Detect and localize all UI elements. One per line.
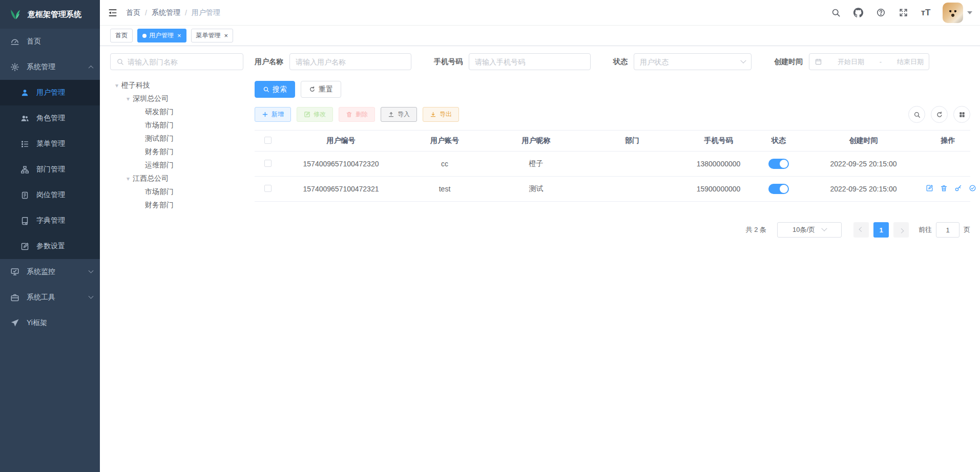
close-icon[interactable]: ×: [224, 32, 228, 39]
sidebar-item-label: 参数设置: [36, 242, 93, 251]
tree-node[interactable]: 市场部门: [110, 119, 243, 132]
sidebar-item-system-management[interactable]: 系统管理: [0, 54, 100, 80]
filter-actions: 搜索 重置: [255, 81, 970, 98]
export-button[interactable]: 导出: [423, 107, 459, 122]
assign-role-icon[interactable]: [969, 184, 976, 192]
table-row[interactable]: 1574009657100472321 test 测试 15900000000 …: [255, 177, 970, 202]
caret-down-icon: [967, 11, 972, 14]
dept-search-box: [110, 53, 243, 70]
table-row[interactable]: 1574009657100472320 cc 橙子 13800000000 20…: [255, 152, 970, 177]
badge-icon: [20, 191, 29, 200]
dept-tree-panel: ▾橙子科技 ▾深圳总公司 研发部门 市场部门 测试部门 财务部门 运维部门 ▾江…: [110, 53, 243, 472]
delete-row-icon[interactable]: [940, 184, 948, 192]
sidebar-item-role-management[interactable]: 角色管理: [0, 105, 100, 131]
tree-node[interactable]: ▾橙子科技: [110, 79, 243, 92]
row-checkbox[interactable]: [264, 185, 272, 192]
page-number-1[interactable]: 1: [873, 222, 889, 238]
sidebar-fold-icon[interactable]: [108, 8, 118, 18]
sidebar-item-post-management[interactable]: 岗位管理: [0, 182, 100, 208]
search-button[interactable]: 搜索: [255, 81, 295, 98]
refresh-button[interactable]: [931, 106, 948, 123]
tree-node[interactable]: 研发部门: [110, 105, 243, 119]
status-select-input[interactable]: [640, 58, 738, 66]
date-end-placeholder[interactable]: 结束日期: [897, 57, 924, 67]
breadcrumb-system[interactable]: 系统管理: [152, 8, 180, 17]
sidebar-item-label: 首页: [27, 37, 93, 46]
username-input[interactable]: [296, 58, 405, 66]
user-avatar[interactable]: [943, 3, 963, 23]
import-button[interactable]: 导入: [381, 107, 417, 122]
calendar-icon: [815, 58, 822, 66]
sidebar-item-param-settings[interactable]: 参数设置: [0, 233, 100, 259]
col-nickname: 用户昵称: [489, 131, 583, 152]
date-separator: -: [880, 58, 882, 66]
active-tab-dot: [142, 34, 147, 38]
sidebar-item-system-monitor[interactable]: 系统监控: [0, 259, 100, 285]
tree-node[interactable]: 运维部门: [110, 159, 243, 172]
font-size-icon[interactable]: тT: [917, 4, 934, 22]
sidebar-item-home[interactable]: 首页: [0, 29, 100, 54]
tree-node[interactable]: 财务部门: [110, 199, 243, 212]
gear-icon: [10, 62, 19, 72]
sidebar-item-system-tools[interactable]: 系统工具: [0, 285, 100, 310]
cell-dept: [583, 152, 681, 177]
user-table-panel: 用户名称 手机号码 状态 创建时: [255, 53, 970, 472]
edit-button[interactable]: 修改: [297, 107, 333, 122]
select-all-checkbox[interactable]: [264, 137, 272, 144]
next-page-button[interactable]: [893, 222, 909, 238]
phone-input[interactable]: [475, 58, 585, 66]
help-icon[interactable]: [872, 4, 889, 22]
sidebar-item-dept-management[interactable]: 部门管理: [0, 157, 100, 182]
breadcrumb-home[interactable]: 首页: [126, 8, 140, 17]
monitor-icon: [10, 267, 19, 276]
user-menu[interactable]: [943, 3, 972, 23]
sidebar-item-user-management[interactable]: 用户管理: [0, 80, 100, 105]
sidebar-item-yi-framework[interactable]: Yi框架: [0, 310, 100, 336]
cell-dept: [583, 177, 681, 202]
column-settings-button[interactable]: [953, 106, 970, 123]
reset-password-icon[interactable]: [954, 184, 962, 192]
chevron-down-icon: [89, 268, 94, 273]
tab-user-management[interactable]: 用户管理 ×: [137, 29, 186, 42]
status-select[interactable]: [634, 53, 752, 70]
caret-down-icon[interactable]: ▾: [123, 95, 133, 102]
status-label: 状态: [613, 57, 628, 67]
date-start-placeholder[interactable]: 开始日期: [838, 57, 864, 67]
close-icon[interactable]: ×: [177, 32, 181, 39]
tree-table-icon: [20, 140, 29, 148]
status-toggle[interactable]: [768, 184, 789, 194]
delete-button[interactable]: 删除: [339, 107, 375, 122]
prev-page-button[interactable]: [853, 222, 869, 238]
caret-down-icon[interactable]: ▾: [123, 175, 133, 182]
sidebar-item-dict-management[interactable]: 字典管理: [0, 208, 100, 233]
tree-node[interactable]: 市场部门: [110, 185, 243, 199]
dept-search-input[interactable]: [128, 58, 237, 66]
logo[interactable]: 意框架管理系统: [0, 0, 100, 29]
toggle-search-button[interactable]: [908, 106, 925, 123]
sidebar-item-label: Yi框架: [27, 318, 93, 328]
app-title: 意框架管理系统: [28, 10, 81, 19]
page-size-select[interactable]: 10条/页: [777, 222, 842, 238]
add-button[interactable]: 新增: [255, 107, 291, 122]
status-toggle[interactable]: [768, 159, 789, 169]
header-search-icon[interactable]: [827, 4, 844, 22]
sidebar-item-menu-management[interactable]: 菜单管理: [0, 131, 100, 157]
top-navbar: 首页 / 系统管理 / 用户管理 тT: [100, 0, 980, 26]
tab-menu-management[interactable]: 菜单管理 ×: [191, 29, 234, 42]
caret-down-icon[interactable]: ▾: [112, 82, 121, 89]
dashboard-icon: [10, 37, 19, 46]
cell-created: 2022-09-25 20:15:00: [801, 152, 926, 177]
row-checkbox[interactable]: [264, 160, 272, 167]
reset-button[interactable]: 重置: [301, 81, 341, 98]
tree-node[interactable]: 测试部门: [110, 132, 243, 145]
sidebar-menu: 首页 系统管理 用户管理: [0, 29, 100, 336]
fullscreen-icon[interactable]: [894, 4, 912, 22]
tree-node[interactable]: ▾深圳总公司: [110, 92, 243, 105]
date-range-picker[interactable]: 开始日期 - 结束日期: [809, 53, 929, 70]
tab-home[interactable]: 首页: [110, 29, 133, 42]
github-icon[interactable]: [849, 4, 867, 22]
tree-node[interactable]: 财务部门: [110, 145, 243, 159]
tree-node[interactable]: ▾江西总公司: [110, 172, 243, 185]
edit-row-icon[interactable]: [926, 184, 933, 192]
goto-page-input[interactable]: [936, 222, 960, 238]
